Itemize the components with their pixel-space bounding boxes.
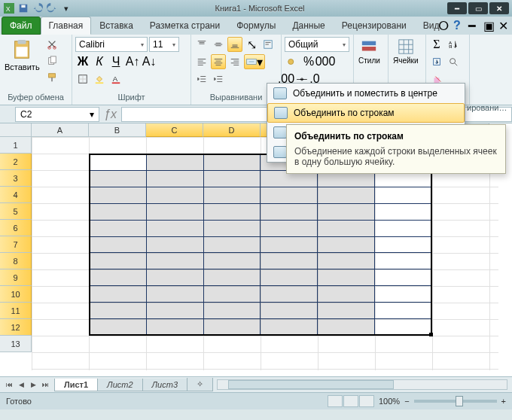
row-header[interactable]: 2 — [0, 154, 32, 170]
merge-and-center-item[interactable]: Объединить и поместить в центре — [267, 84, 465, 103]
sheet-nav-buttons[interactable]: ⏮ ◀ ▶ ⏭ — [3, 381, 51, 388]
italic-button[interactable]: К — [92, 54, 107, 69]
minimize-button[interactable]: ━ — [447, 2, 467, 14]
child-restore-icon[interactable]: ▣ — [483, 19, 494, 29]
page-layout-view-icon — [343, 395, 358, 407]
sheet-nav-next-icon: ▶ — [27, 381, 39, 388]
page-break-view-icon — [359, 395, 374, 407]
font-size-combo[interactable]: 11▾ — [149, 37, 179, 52]
merge-center-button[interactable]: ▾ — [244, 54, 265, 69]
decrease-indent-icon[interactable] — [194, 72, 209, 87]
row-header[interactable]: 6 — [0, 220, 32, 236]
excel-app-icon[interactable]: X — [3, 2, 15, 14]
undo-icon[interactable] — [32, 2, 44, 14]
number-format-combo[interactable]: Общий▾ — [285, 37, 349, 52]
zoom-pct[interactable]: 100% — [379, 397, 400, 406]
col-header[interactable]: C — [146, 123, 203, 137]
tab-insert[interactable]: Вставка — [91, 17, 142, 35]
tab-formulas[interactable]: Формулы — [228, 17, 284, 35]
align-top-icon[interactable] — [194, 37, 209, 52]
sheet-tab[interactable]: Лист1 — [54, 379, 98, 391]
col-header[interactable]: D — [203, 123, 261, 137]
svg-rect-3 — [21, 5, 25, 8]
tab-data[interactable]: Данные — [284, 17, 333, 35]
accounting-format-icon[interactable] — [285, 54, 300, 69]
align-center-icon[interactable] — [211, 54, 226, 69]
close-button[interactable]: ✕ — [489, 2, 509, 14]
zoom-in-icon[interactable]: + — [501, 397, 506, 406]
percent-icon[interactable]: % — [301, 54, 316, 69]
horizontal-scrollbar[interactable] — [217, 379, 507, 390]
align-middle-icon[interactable] — [211, 37, 226, 52]
sheet-nav-prev-icon: ◀ — [15, 381, 27, 388]
orientation-icon[interactable]: ⤡ — [244, 37, 259, 52]
tab-file[interactable]: Файл — [2, 17, 41, 35]
row-header[interactable]: 1 — [0, 137, 32, 154]
row-header[interactable]: 7 — [0, 236, 32, 253]
active-cell[interactable] — [89, 154, 146, 170]
comma-style-icon[interactable]: 000 — [318, 54, 333, 69]
fill-color-icon[interactable] — [92, 72, 107, 87]
bold-button[interactable]: Ж — [75, 54, 90, 69]
svg-text:Я: Я — [449, 44, 452, 49]
col-header[interactable]: B — [89, 123, 146, 137]
copy-icon[interactable] — [44, 53, 59, 68]
fx-button[interactable]: ƒx — [104, 108, 117, 121]
view-buttons[interactable] — [328, 395, 374, 407]
format-painter-icon[interactable] — [44, 70, 59, 85]
row-header[interactable]: 13 — [0, 336, 32, 352]
font-color-icon[interactable]: A — [108, 72, 123, 87]
child-minimize-icon[interactable]: ━ — [468, 19, 479, 29]
shrink-font-icon[interactable]: A↓ — [142, 54, 157, 69]
autosum-icon[interactable]: Σ — [429, 37, 444, 52]
new-sheet-button[interactable]: ✧ — [187, 378, 213, 391]
align-right-icon[interactable] — [227, 54, 242, 69]
fill-icon[interactable] — [429, 54, 444, 69]
tab-review[interactable]: Рецензировани — [334, 17, 415, 35]
status-bar: Готово 100% − + — [0, 393, 512, 409]
maximize-button[interactable]: ▭ — [468, 2, 488, 14]
row-header[interactable]: 12 — [0, 319, 32, 336]
row-header[interactable]: 5 — [0, 203, 32, 220]
qat-customize-icon[interactable]: ▾ — [60, 2, 72, 14]
group-clipboard: Вставить Буфер обмена — [0, 35, 72, 105]
align-bottom-icon[interactable] — [227, 37, 242, 52]
zoom-out-icon[interactable]: − — [404, 397, 409, 406]
col-header[interactable]: A — [32, 123, 89, 137]
sheet-tab[interactable]: Лист2 — [97, 379, 142, 391]
save-icon[interactable] — [17, 2, 29, 14]
row-header[interactable]: 9 — [0, 269, 32, 286]
tab-home[interactable]: Главная — [41, 17, 92, 35]
zoom-slider[interactable] — [414, 400, 497, 403]
align-left-icon[interactable] — [194, 54, 209, 69]
svg-rect-10 — [50, 56, 56, 63]
borders-icon[interactable] — [75, 72, 90, 87]
row-header[interactable]: 8 — [0, 253, 32, 269]
grow-font-icon[interactable]: A↑ — [125, 54, 140, 69]
find-select-icon[interactable] — [446, 54, 461, 69]
tooltip-body: Объединение каждой строки выделенных яче… — [294, 146, 498, 167]
row-header[interactable]: 3 — [0, 170, 32, 187]
wrap-text-icon[interactable] — [261, 37, 276, 52]
underline-button[interactable]: Ч — [108, 54, 123, 69]
svg-rect-12 — [51, 78, 53, 81]
sheet-tab[interactable]: Лист3 — [142, 379, 187, 391]
tab-page-layout[interactable]: Разметка страни — [142, 17, 228, 35]
sort-filter-icon[interactable]: AЯ — [446, 37, 461, 52]
font-name-combo[interactable]: Calibri▾ — [75, 37, 148, 52]
svg-rect-5 — [18, 40, 26, 44]
redo-icon[interactable] — [46, 2, 58, 14]
paste-button[interactable]: Вставить — [3, 37, 41, 93]
child-close-icon[interactable]: ✕ — [498, 19, 509, 29]
tooltip: Объединить по строкам Объединение каждой… — [286, 124, 506, 174]
merge-across-item[interactable]: Объединить по строкам — [267, 103, 465, 123]
row-header[interactable]: 4 — [0, 187, 32, 203]
row-header[interactable]: 10 — [0, 286, 32, 303]
row-header[interactable]: 11 — [0, 303, 32, 319]
help-icon[interactable]: ? — [453, 19, 464, 29]
increase-indent-icon[interactable] — [211, 72, 226, 87]
select-all-triangle[interactable] — [0, 123, 32, 137]
minimize-ribbon-icon[interactable]: ⵔ — [438, 19, 449, 29]
cut-icon[interactable] — [44, 37, 59, 52]
name-box[interactable]: C2▾ — [15, 107, 99, 122]
